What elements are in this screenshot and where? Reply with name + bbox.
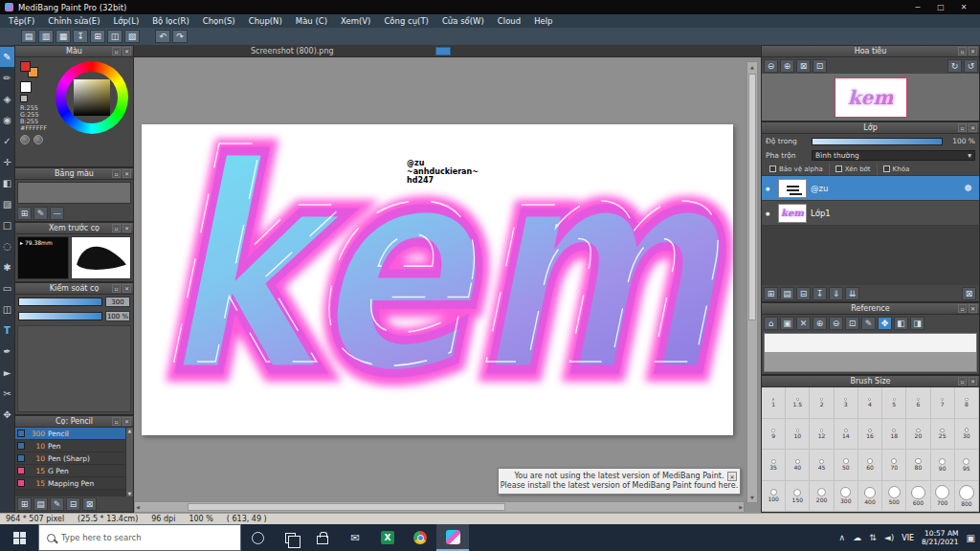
panel-popout-button[interactable]: ▫ xyxy=(112,47,121,55)
brush-size-option[interactable]: 400 xyxy=(858,481,882,513)
remove-swatch-icon[interactable]: — xyxy=(50,207,64,220)
brush-item[interactable]: 15Mapping Pen xyxy=(15,477,125,490)
panel-close-button[interactable]: ✕ xyxy=(122,169,131,178)
brush-size-option[interactable]: 1.5 xyxy=(786,387,810,419)
brush-size-option[interactable]: 45 xyxy=(810,450,834,481)
brush-size-option[interactable]: 12 xyxy=(810,419,834,451)
color-swatch-pair[interactable] xyxy=(20,61,41,78)
taskbar-clock[interactable]: 10:57 AM 8/21/2021 xyxy=(922,529,958,546)
brush-size-option[interactable]: 100 xyxy=(762,481,786,513)
brush-size-option[interactable]: 95 xyxy=(955,450,979,481)
panel-popout-button[interactable]: ▫ xyxy=(112,417,121,426)
panel-popout-button[interactable]: ▫ xyxy=(112,169,121,178)
operation-tool[interactable]: ► xyxy=(0,363,14,383)
mail-button[interactable]: ✉ xyxy=(339,524,371,551)
brush-item[interactable]: 10Pen xyxy=(15,440,125,452)
minimize-button[interactable]: ─ xyxy=(906,0,929,14)
taskbar-search[interactable]: Type here to search xyxy=(38,524,241,551)
merge-layer-icon[interactable]: ⇊ xyxy=(845,287,859,300)
zoom-in-icon[interactable]: ⊕ xyxy=(780,59,794,73)
text-tool[interactable]: T xyxy=(0,320,14,341)
brush-size-option[interactable]: 150 xyxy=(786,481,810,513)
brush-size-option[interactable]: 2 xyxy=(810,387,834,419)
pin-icon[interactable]: ◨ xyxy=(910,317,924,330)
transfer-layer-icon[interactable]: ↧ xyxy=(813,287,827,300)
menu-item-8[interactable]: Xem(V) xyxy=(334,14,377,28)
brush-size-option[interactable]: 40 xyxy=(786,450,810,481)
brush-list-scrollbar[interactable]: ▲▼ xyxy=(125,428,133,496)
cortana-button[interactable] xyxy=(241,524,274,551)
canvas[interactable]: kem kem kem @zu ~anhduckieran~ hd247 xyxy=(142,124,733,435)
menu-item-6[interactable]: Chụp(N) xyxy=(242,14,289,28)
layer-visibility-dot[interactable]: ● xyxy=(766,186,774,191)
shape-brush-tool[interactable]: ▭ xyxy=(0,278,14,298)
hand-tool[interactable]: ✥ xyxy=(0,405,14,425)
actual-size-icon[interactable]: ⊡ xyxy=(813,59,827,73)
brush-size-option[interactable]: 60 xyxy=(858,450,882,481)
panel-close-button[interactable]: ✕ xyxy=(969,123,977,132)
menu-item-2[interactable]: Chỉnh sửa(E) xyxy=(41,14,106,28)
divide-tool[interactable]: ◫ xyxy=(0,299,14,320)
brush-size-option[interactable]: 90 xyxy=(931,450,955,481)
palette-mode-button[interactable] xyxy=(33,135,43,144)
actual-size-icon[interactable]: ⊡ xyxy=(845,317,859,330)
add-folder-icon[interactable]: ▤ xyxy=(780,287,794,300)
brush-folder-icon[interactable]: ▤ xyxy=(33,497,48,511)
zoom-out-icon[interactable]: ⊖ xyxy=(764,59,778,73)
color-saturation-square[interactable] xyxy=(74,79,110,116)
canvas-tab[interactable]: Screenshot (800).png xyxy=(251,45,334,57)
primary-color-swatch[interactable] xyxy=(20,61,31,72)
magic-wand-tool[interactable]: ✱ xyxy=(0,257,14,277)
redo-icon[interactable]: ↷ xyxy=(172,30,188,43)
brush-size-option[interactable]: 1 xyxy=(762,387,786,419)
home-icon[interactable]: ⌂ xyxy=(764,317,778,330)
lasso-tool[interactable]: ◌ xyxy=(0,236,14,256)
transparent-color-swatch[interactable] xyxy=(20,95,28,102)
brush-size-option[interactable]: 500 xyxy=(882,481,906,513)
brush-size-slider[interactable] xyxy=(18,298,102,306)
eraser-tool[interactable]: ◈ xyxy=(0,89,14,109)
brush-size-option[interactable]: 70 xyxy=(882,450,906,481)
layer-opacity-slider[interactable] xyxy=(812,138,943,145)
brush-size-option[interactable]: 35 xyxy=(762,450,786,481)
panel-popout-button[interactable]: ▫ xyxy=(112,284,121,293)
horizontal-scroll-thumb[interactable] xyxy=(188,503,505,511)
brush-size-option[interactable]: 25 xyxy=(931,419,955,451)
panel-close-button[interactable]: ✕ xyxy=(122,417,131,426)
menu-item-3[interactable]: Lớp(L) xyxy=(107,14,146,28)
brush-size-option[interactable]: 80 xyxy=(906,450,930,481)
task-view-button[interactable] xyxy=(274,524,306,551)
panel-popout-button[interactable]: ▫ xyxy=(958,304,967,313)
brush-item[interactable]: 300Pencil xyxy=(15,428,125,440)
color-mode-button[interactable] xyxy=(20,135,30,144)
language-indicator[interactable]: VIE xyxy=(902,534,914,542)
select-tool[interactable]: □ xyxy=(0,215,14,235)
menu-item-7[interactable]: Màu (C) xyxy=(289,14,334,28)
color-wheel[interactable] xyxy=(56,61,128,134)
clear-icon[interactable]: ✕ xyxy=(796,317,811,330)
delete-layer-icon[interactable]: ⊠ xyxy=(962,287,976,300)
cloud-icon[interactable]: ☁ xyxy=(853,533,861,542)
grid-icon[interactable]: ⊞ xyxy=(90,30,105,43)
tray-expand-icon[interactable]: ∧ xyxy=(839,533,846,542)
brush-size-option[interactable]: 600 xyxy=(906,481,930,513)
close-button[interactable]: ✕ xyxy=(952,0,975,14)
layer-settings-icon[interactable]: ☸ xyxy=(964,183,972,193)
brush-settings-icon[interactable]: ✎ xyxy=(50,497,64,511)
chrome-button[interactable] xyxy=(404,524,436,551)
brush-opacity-value[interactable]: 100 % xyxy=(105,311,130,321)
brush-size-option[interactable]: 800 xyxy=(955,481,979,513)
menu-item-9[interactable]: Công cụ(T) xyxy=(377,14,435,28)
brush-size-option[interactable]: 300 xyxy=(835,481,858,513)
image-icon[interactable]: ▣ xyxy=(780,317,794,330)
layer-row[interactable]: ●@zu☸ xyxy=(762,176,979,201)
medibang-taskbar-button[interactable] xyxy=(436,524,469,551)
brush-size-option[interactable]: 14 xyxy=(835,419,858,451)
menu-item-11[interactable]: Cloud xyxy=(491,14,527,28)
panel-close-button[interactable]: ✕ xyxy=(122,224,131,232)
panel-popout-button[interactable]: ▫ xyxy=(958,123,967,132)
start-button[interactable] xyxy=(0,524,38,551)
panel-popout-button[interactable]: ▫ xyxy=(112,224,121,232)
menu-item-5[interactable]: Chọn(S) xyxy=(196,14,242,28)
network-icon[interactable]: ⇅ xyxy=(869,533,877,542)
